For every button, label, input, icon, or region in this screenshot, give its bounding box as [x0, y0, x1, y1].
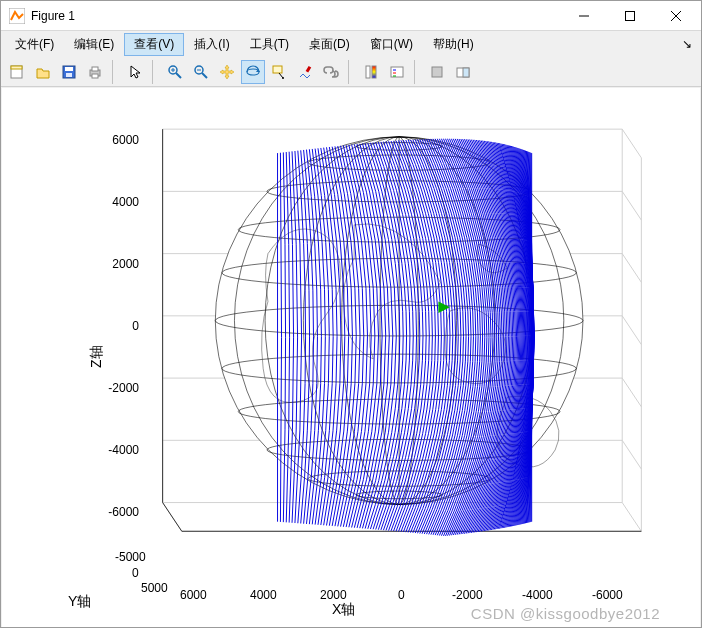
x-tick: -4000: [522, 588, 553, 602]
svg-line-39: [622, 191, 641, 220]
svg-rect-11: [92, 67, 98, 71]
x-tick: -2000: [452, 588, 483, 602]
new-figure-button[interactable]: [5, 60, 29, 84]
window-title: Figure 1: [31, 9, 75, 23]
rotate3d-button[interactable]: [241, 60, 265, 84]
svg-rect-25: [306, 65, 312, 72]
menu-desktop[interactable]: 桌面(D): [299, 33, 360, 56]
svg-line-14: [176, 73, 181, 78]
svg-rect-32: [432, 67, 442, 77]
pointer-button[interactable]: [123, 60, 147, 84]
z-tick: -4000: [99, 443, 139, 457]
z-tick: 2000: [99, 257, 139, 271]
z-tick: 4000: [99, 195, 139, 209]
z-tick: 6000: [99, 133, 139, 147]
z-tick: 0: [99, 319, 139, 333]
colorbar-button[interactable]: [359, 60, 383, 84]
svg-rect-26: [366, 66, 370, 78]
svg-rect-9: [66, 73, 72, 77]
z-tick: -6000: [99, 505, 139, 519]
save-button[interactable]: [57, 60, 81, 84]
matlab-figure-icon: [9, 8, 25, 24]
maximize-button[interactable]: [607, 1, 653, 31]
title-bar: Figure 1: [1, 1, 701, 31]
figure-canvas[interactable]: Z轴 Y轴 X轴 6000 4000 2000 0 -2000 -4000 -6…: [2, 88, 700, 628]
open-button[interactable]: [31, 60, 55, 84]
svg-line-41: [622, 254, 641, 283]
y-axis-label: Y轴: [68, 593, 91, 611]
hide-tools-button[interactable]: [425, 60, 449, 84]
svg-line-18: [202, 73, 207, 78]
svg-rect-2: [626, 11, 635, 20]
x-tick: 0: [398, 588, 405, 602]
svg-rect-27: [372, 66, 376, 78]
z-tick: -2000: [99, 381, 139, 395]
menu-overflow-icon[interactable]: ↘: [677, 37, 697, 51]
brush-button[interactable]: [293, 60, 317, 84]
svg-line-45: [622, 378, 641, 407]
menu-insert[interactable]: 插入(I): [184, 33, 239, 56]
y-tick: 0: [132, 566, 139, 580]
svg-rect-34: [463, 68, 469, 77]
svg-line-47: [622, 440, 641, 469]
x-tick: 4000: [250, 588, 277, 602]
zoom-out-button[interactable]: [189, 60, 213, 84]
x-tick: 6000: [180, 588, 207, 602]
toolbar-separator: [152, 60, 158, 84]
x-tick: 2000: [320, 588, 347, 602]
toolbar: [1, 57, 701, 87]
toolbar-separator: [112, 60, 118, 84]
svg-rect-12: [92, 74, 98, 78]
legend-button[interactable]: [385, 60, 409, 84]
toolbar-separator: [348, 60, 354, 84]
svg-rect-6: [11, 66, 22, 69]
svg-line-36: [622, 503, 641, 532]
pan-button[interactable]: [215, 60, 239, 84]
x-tick: -6000: [592, 588, 623, 602]
svg-line-49: [163, 503, 182, 532]
axes-3d[interactable]: [152, 110, 652, 560]
menu-file[interactable]: 文件(F): [5, 33, 64, 56]
print-button[interactable]: [83, 60, 107, 84]
close-button[interactable]: [653, 1, 699, 31]
x-axis-label: X轴: [332, 601, 355, 619]
menu-window[interactable]: 窗口(W): [360, 33, 423, 56]
svg-point-24: [282, 77, 284, 79]
data-cursor-button[interactable]: [267, 60, 291, 84]
watermark: CSDN @kissgoodbye2012: [471, 605, 660, 622]
menu-bar: 文件(F) 编辑(E) 查看(V) 插入(I) 工具(T) 桌面(D) 窗口(W…: [1, 31, 701, 57]
minimize-button[interactable]: [561, 1, 607, 31]
zoom-in-button[interactable]: [163, 60, 187, 84]
z-axis-label: Z轴: [88, 345, 106, 368]
svg-rect-28: [391, 67, 403, 77]
svg-rect-22: [273, 66, 282, 73]
y-tick: -5000: [115, 550, 146, 564]
dock-button[interactable]: [451, 60, 475, 84]
link-button[interactable]: [319, 60, 343, 84]
svg-line-43: [622, 316, 641, 345]
menu-help[interactable]: 帮助(H): [423, 33, 484, 56]
menu-view[interactable]: 查看(V): [124, 33, 184, 56]
svg-rect-8: [65, 67, 73, 71]
menu-edit[interactable]: 编辑(E): [64, 33, 124, 56]
y-tick: 5000: [141, 581, 168, 595]
toolbar-separator: [414, 60, 420, 84]
menu-tools[interactable]: 工具(T): [240, 33, 299, 56]
